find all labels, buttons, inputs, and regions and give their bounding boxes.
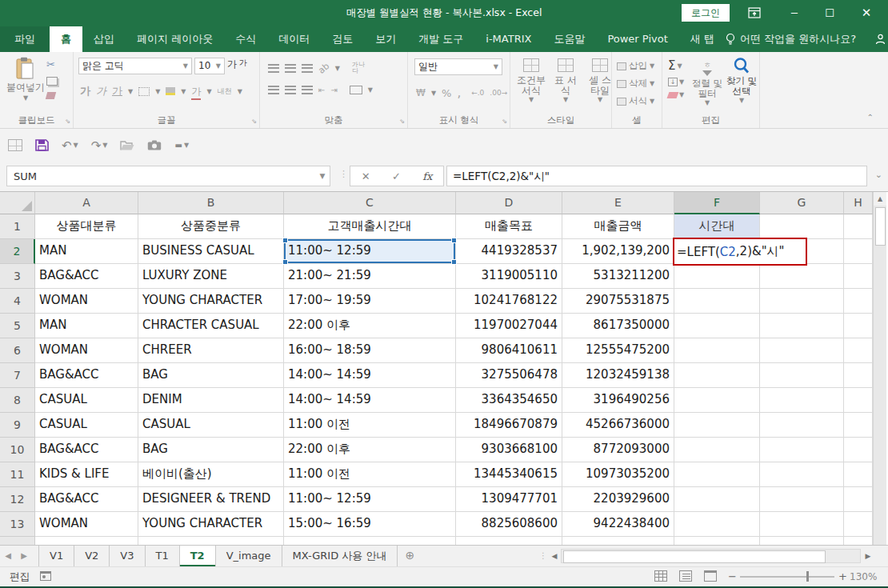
font-color-icon[interactable]: 가	[191, 85, 201, 98]
cell-A9[interactable]: CASUAL	[35, 413, 138, 438]
cell-C9[interactable]: 11:00 이전	[284, 413, 456, 438]
scroll-up-icon[interactable]: ▲	[874, 192, 886, 206]
cell-D6[interactable]: 9806410611	[456, 338, 562, 363]
cell-D4[interactable]: 10241768122	[456, 289, 562, 314]
cell-H4[interactable]	[844, 289, 873, 314]
tab-개발-도구[interactable]: 개발 도구	[407, 26, 474, 52]
insert-function-icon[interactable]: fx	[422, 170, 432, 182]
tab-페이지-레이아웃[interactable]: 페이지 레이아웃	[126, 26, 224, 52]
sheet-tab-T2[interactable]: T2	[180, 546, 216, 566]
cell-F1[interactable]: 시간대	[674, 214, 760, 239]
italic-icon[interactable]: 가	[96, 84, 106, 98]
cell-E2[interactable]: 1,902,139,200	[562, 239, 674, 264]
cell-C13[interactable]: 15:00~ 16:59	[284, 512, 456, 537]
cell-E7[interactable]: 12032459138	[562, 363, 674, 388]
minimize-button[interactable]: ─	[778, 0, 811, 26]
open-folder-icon[interactable]	[120, 140, 134, 151]
cell-E6[interactable]: 12555475200	[562, 338, 674, 363]
column-header-B[interactable]: B	[138, 192, 284, 214]
tab-power-pivot[interactable]: Power Pivot	[596, 26, 678, 52]
save-icon[interactable]	[35, 138, 49, 152]
shrink-font-icon[interactable]: 가	[239, 58, 247, 74]
tab-데이터[interactable]: 데이터	[267, 26, 321, 52]
cell-D13[interactable]: 8825608600	[456, 512, 562, 537]
cell-A13[interactable]: WOMAN	[35, 512, 138, 537]
cell-D14[interactable]	[456, 537, 562, 545]
cell-E8[interactable]: 3196490256	[562, 388, 674, 413]
cell-H10[interactable]	[844, 438, 873, 462]
accounting-format-icon[interactable]: ₩	[416, 87, 426, 98]
find-select-button[interactable]: 찾기 및 선택▼	[725, 57, 758, 104]
cell-A4[interactable]: WOMAN	[35, 289, 138, 314]
cell-G4[interactable]	[760, 289, 844, 314]
cell-H3[interactable]	[844, 264, 873, 289]
cell-G13[interactable]	[760, 512, 844, 537]
cell-B4[interactable]: YOUNG CHARACTER	[138, 289, 284, 314]
cell-A2[interactable]: MAN	[35, 239, 138, 264]
cell-H8[interactable]	[844, 388, 873, 413]
cell-C8[interactable]: 14:00~ 14:59	[284, 388, 456, 413]
cell-F8[interactable]	[674, 388, 760, 413]
align-center-icon[interactable]	[285, 86, 296, 94]
row-header-9[interactable]: 9	[0, 413, 35, 438]
align-middle-icon[interactable]	[285, 64, 296, 73]
cell-A11[interactable]: KIDS & LIFE	[35, 462, 138, 487]
conditional-formatting-button[interactable]: 조건부 서식 ▼	[517, 58, 546, 103]
tab-새-탭[interactable]: 새 탭	[679, 26, 726, 52]
cell-C10[interactable]: 22:00 이후	[284, 438, 456, 462]
row-header-7[interactable]: 7	[0, 363, 35, 388]
formula-bar-resize-handle[interactable]: ⋮	[339, 169, 348, 179]
cell-C7[interactable]: 14:00~ 14:59	[284, 363, 456, 388]
cell-C11[interactable]: 11:00 이전	[284, 462, 456, 487]
sheet-tab-MX-GRID-사용-안내[interactable]: MX-GRID 사용 안내	[282, 546, 398, 566]
cell-G8[interactable]	[760, 388, 844, 413]
format-cells-button[interactable]: 서식▼	[617, 95, 654, 107]
tab-i-matrix[interactable]: i-MATRIX	[474, 26, 542, 52]
cell-E9[interactable]: 45266736000	[562, 413, 674, 438]
camera-icon[interactable]	[147, 140, 162, 150]
cell-D1[interactable]: 매출목표	[456, 214, 562, 239]
cell-H5[interactable]	[844, 314, 873, 338]
mx-grid-icon[interactable]	[8, 139, 22, 151]
number-dialog-launcher[interactable]: ⇘	[502, 118, 507, 125]
sheet-tab-V2[interactable]: V2	[74, 546, 110, 566]
cell-D9[interactable]: 18496670879	[456, 413, 562, 438]
tab-보기[interactable]: 보기	[364, 26, 407, 52]
cell-G11[interactable]	[760, 462, 844, 487]
cell-F4[interactable]	[674, 289, 760, 314]
cell-E10[interactable]: 8772093000	[562, 438, 674, 462]
cell-C2[interactable]: 11:00~ 12:59	[284, 239, 456, 264]
cell-A1[interactable]: 상품대분류	[35, 214, 138, 239]
cell-E5[interactable]: 8617350000	[562, 314, 674, 338]
range-handle[interactable]	[451, 238, 457, 243]
tab-file[interactable]: 파일	[0, 26, 50, 52]
ribbon-display-options-icon[interactable]	[738, 0, 771, 26]
cell-C5[interactable]: 22:00 이후	[284, 314, 456, 338]
cell-G5[interactable]	[760, 314, 844, 338]
row-header-11[interactable]: 11	[0, 462, 35, 487]
range-handle[interactable]	[451, 259, 457, 265]
zoom-slider-thumb[interactable]	[806, 571, 809, 582]
cell-E12[interactable]: 2203929600	[562, 487, 674, 512]
copy-icon[interactable]	[46, 77, 58, 86]
login-button[interactable]: 로그인	[682, 4, 730, 22]
cell-D11[interactable]: 13445340615	[456, 462, 562, 487]
cell-D5[interactable]: 11970027044	[456, 314, 562, 338]
delete-cells-button[interactable]: 삭제▼	[617, 78, 654, 90]
cell-A12[interactable]: BAG&ACC	[35, 487, 138, 512]
column-header-D[interactable]: D	[456, 192, 562, 214]
cell-B9[interactable]: CASUAL	[138, 413, 284, 438]
range-handle[interactable]	[282, 259, 288, 265]
name-box[interactable]: SUM ▼	[6, 166, 330, 186]
cell-B12[interactable]: DESIGNEER & TREND	[138, 487, 284, 512]
row-header-4[interactable]: 4	[0, 289, 35, 314]
fill-button[interactable]: ↓▼	[668, 78, 684, 86]
cell-A8[interactable]: CASUAL	[35, 388, 138, 413]
cell-F9[interactable]	[674, 413, 760, 438]
redo-icon[interactable]: ↷▼	[91, 138, 108, 153]
cell-C6[interactable]: 16:00~ 18:59	[284, 338, 456, 363]
cell-D12[interactable]: 1309477701	[456, 487, 562, 512]
cell-A3[interactable]: BAG&ACC	[35, 264, 138, 289]
cell-H12[interactable]	[844, 487, 873, 512]
font-name-combo[interactable]: 맑은 고딕▼	[78, 58, 192, 74]
